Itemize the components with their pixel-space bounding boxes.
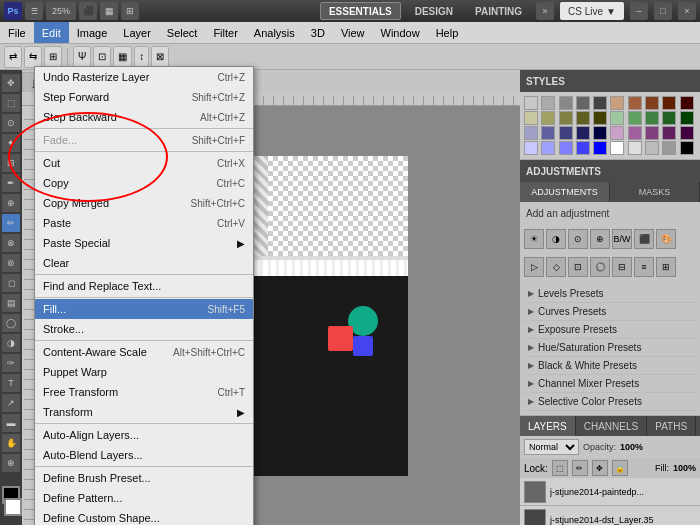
dd-item-puppet_warp[interactable]: Puppet Warp xyxy=(35,362,253,382)
style-cell-30[interactable] xyxy=(524,141,538,155)
layers-tab-layers[interactable]: LAYERS xyxy=(520,416,576,436)
style-cell-28[interactable] xyxy=(662,126,676,140)
style-cell-13[interactable] xyxy=(576,111,590,125)
style-cell-2[interactable] xyxy=(559,96,573,110)
toolbar-btn6[interactable]: ▦ xyxy=(113,46,132,68)
style-cell-21[interactable] xyxy=(541,126,555,140)
adj-icon-1[interactable]: ☀ xyxy=(524,229,544,249)
adj-icon-10[interactable]: ⊡ xyxy=(568,257,588,277)
menu-analysis[interactable]: Analysis xyxy=(246,22,303,43)
dd-item-free_transform[interactable]: Free TransformCtrl+T xyxy=(35,382,253,402)
menu-file[interactable]: File xyxy=(0,22,34,43)
dd-item-auto-blend_layers...[interactable]: Auto-Blend Layers... xyxy=(35,445,253,465)
dd-item-stroke...[interactable]: Stroke... xyxy=(35,319,253,339)
dd-item-auto-align_layers...[interactable]: Auto-Align Layers... xyxy=(35,425,253,445)
nav-icon3[interactable]: ⊞ xyxy=(121,2,139,20)
layers-tab-channels[interactable]: CHANNELS xyxy=(576,416,647,436)
adj-icon-14[interactable]: ⊞ xyxy=(656,257,676,277)
adj-icon-2[interactable]: ◑ xyxy=(546,229,566,249)
menu-image[interactable]: Image xyxy=(69,22,116,43)
menu-select[interactable]: Select xyxy=(159,22,206,43)
style-cell-11[interactable] xyxy=(541,111,555,125)
dd-item-undo_rasterize_layer[interactable]: Undo Rasterize LayerCtrl+Z xyxy=(35,67,253,87)
tool-gradient[interactable]: ▤ xyxy=(2,294,20,312)
style-cell-8[interactable] xyxy=(662,96,676,110)
menu-icon[interactable]: ☰ xyxy=(25,2,43,20)
style-cell-26[interactable] xyxy=(628,126,642,140)
dd-item-paste_special[interactable]: Paste Special▶ xyxy=(35,233,253,253)
style-cell-1[interactable] xyxy=(541,96,555,110)
dd-item-content-aware_scale[interactable]: Content-Aware ScaleAlt+Shift+Ctrl+C xyxy=(35,342,253,362)
toolbar-btn7[interactable]: ↕ xyxy=(134,46,149,68)
lock-transparent[interactable]: ⬚ xyxy=(552,460,568,476)
tool-eraser[interactable]: ◻ xyxy=(2,274,20,292)
tool-lasso[interactable]: ⊙ xyxy=(2,114,20,132)
style-cell-25[interactable] xyxy=(610,126,624,140)
menu-layer[interactable]: Layer xyxy=(115,22,159,43)
adj-icon-9[interactable]: ◇ xyxy=(546,257,566,277)
tool-eyedropper[interactable]: ✒ xyxy=(2,174,20,192)
minimize-btn[interactable]: – xyxy=(630,2,648,20)
style-cell-5[interactable] xyxy=(610,96,624,110)
dd-item-define_custom_shape...[interactable]: Define Custom Shape... xyxy=(35,508,253,525)
adj-tab-adjustments[interactable]: ADJUSTMENTS xyxy=(520,182,610,202)
blend-mode-select[interactable]: Normal xyxy=(524,439,579,455)
workspace-essentials[interactable]: ESSENTIALS xyxy=(320,2,401,20)
tool-path[interactable]: ↗ xyxy=(2,394,20,412)
preset-item-6[interactable]: ▶Selective Color Presets xyxy=(524,393,696,411)
tool-brush[interactable]: ✏ xyxy=(2,214,20,232)
lock-position[interactable]: ✥ xyxy=(592,460,608,476)
style-cell-36[interactable] xyxy=(628,141,642,155)
toolbar-btn5[interactable]: ⊡ xyxy=(93,46,111,68)
style-cell-23[interactable] xyxy=(576,126,590,140)
adj-icon-13[interactable]: ≡ xyxy=(634,257,654,277)
style-cell-24[interactable] xyxy=(593,126,607,140)
dd-item-paste[interactable]: PasteCtrl+V xyxy=(35,213,253,233)
style-cell-0[interactable] xyxy=(524,96,538,110)
adj-icon-4[interactable]: ⊕ xyxy=(590,229,610,249)
layer-item-1[interactable]: j-stjune2014-paintedp... xyxy=(520,478,700,506)
dd-item-copy[interactable]: CopyCtrl+C xyxy=(35,173,253,193)
toolbar-btn1[interactable]: ⇄ xyxy=(4,46,22,68)
style-cell-14[interactable] xyxy=(593,111,607,125)
style-cell-33[interactable] xyxy=(576,141,590,155)
preset-item-2[interactable]: ▶Exposure Presets xyxy=(524,321,696,339)
style-cell-19[interactable] xyxy=(680,111,694,125)
nav-icon2[interactable]: ▦ xyxy=(100,2,118,20)
style-cell-27[interactable] xyxy=(645,126,659,140)
style-cell-29[interactable] xyxy=(680,126,694,140)
edit-dropdown-menu[interactable]: Undo Rasterize LayerCtrl+ZStep ForwardSh… xyxy=(34,66,254,525)
style-cell-6[interactable] xyxy=(628,96,642,110)
bg-color[interactable] xyxy=(4,498,22,516)
lock-image[interactable]: ✏ xyxy=(572,460,588,476)
style-cell-39[interactable] xyxy=(680,141,694,155)
style-cell-20[interactable] xyxy=(524,126,538,140)
menu-3d[interactable]: 3D xyxy=(303,22,333,43)
tool-pen[interactable]: ✑ xyxy=(2,354,20,372)
tool-zoom[interactable]: ⊕ xyxy=(2,454,20,472)
dd-item-find_and_replace_text...[interactable]: Find and Replace Text... xyxy=(35,276,253,296)
menu-filter[interactable]: Filter xyxy=(205,22,245,43)
style-cell-12[interactable] xyxy=(559,111,573,125)
tool-hand[interactable]: ✋ xyxy=(2,434,20,452)
menu-view[interactable]: View xyxy=(333,22,373,43)
style-cell-37[interactable] xyxy=(645,141,659,155)
menu-help[interactable]: Help xyxy=(428,22,467,43)
style-cell-4[interactable] xyxy=(593,96,607,110)
preset-item-3[interactable]: ▶Hue/Saturation Presets xyxy=(524,339,696,357)
adj-icon-3[interactable]: ⊙ xyxy=(568,229,588,249)
tool-clone[interactable]: ⊗ xyxy=(2,234,20,252)
menu-window[interactable]: Window xyxy=(373,22,428,43)
layers-tab-paths[interactable]: PATHS xyxy=(647,416,696,436)
tool-history[interactable]: ⊚ xyxy=(2,254,20,272)
cs-live-button[interactable]: CS Live▼ xyxy=(560,2,624,20)
tool-magic-wand[interactable]: ✦ xyxy=(2,134,20,152)
adj-icon-8[interactable]: ▷ xyxy=(524,257,544,277)
maximize-btn[interactable]: □ xyxy=(654,2,672,20)
style-cell-3[interactable] xyxy=(576,96,590,110)
tool-blur[interactable]: ◯ xyxy=(2,314,20,332)
workspace-painting[interactable]: PAINTING xyxy=(467,2,530,20)
nav-icon1[interactable]: ⬛ xyxy=(79,2,97,20)
style-cell-34[interactable] xyxy=(593,141,607,155)
adj-icon-5[interactable]: B/W xyxy=(612,229,632,249)
